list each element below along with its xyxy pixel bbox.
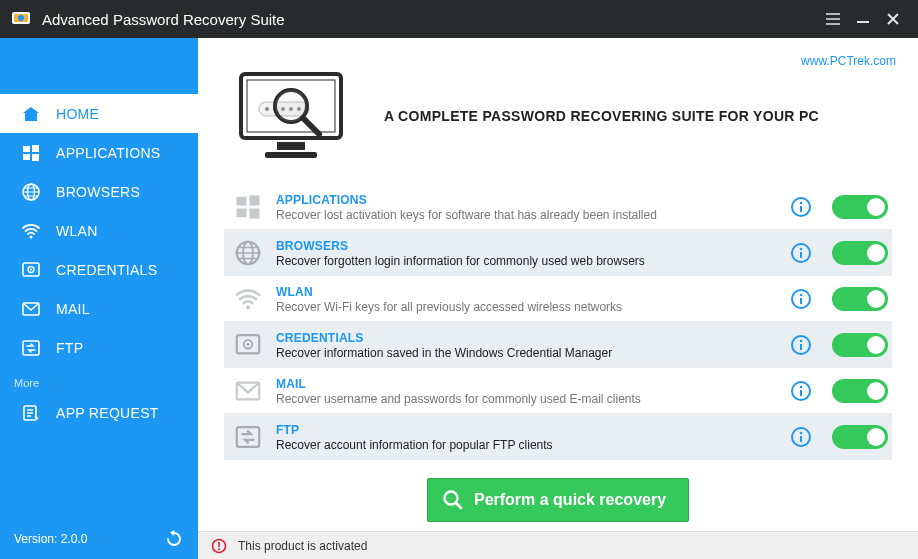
info-icon[interactable] — [788, 332, 814, 358]
search-icon — [442, 489, 464, 511]
category-row-applications: APPLICATIONSRecover lost activation keys… — [224, 184, 892, 230]
alert-icon — [210, 537, 228, 555]
vault-icon — [20, 259, 42, 281]
svg-point-61 — [218, 548, 220, 550]
svg-rect-49 — [800, 344, 802, 350]
sidebar-item-mail[interactable]: MAIL — [0, 289, 198, 328]
monitor-search-icon — [226, 66, 356, 166]
sidebar-item-label: MAIL — [56, 301, 90, 317]
categories-list: APPLICATIONSRecover lost activation keys… — [198, 184, 918, 460]
svg-rect-53 — [800, 390, 802, 396]
category-desc: Recover forgotten login information for … — [276, 254, 780, 269]
sidebar-item-label: WLAN — [56, 223, 98, 239]
home-icon — [20, 103, 42, 125]
category-title: FTP — [276, 423, 780, 438]
menu-icon[interactable] — [818, 7, 848, 31]
svg-point-2 — [18, 15, 24, 21]
svg-rect-14 — [23, 341, 39, 355]
category-title: BROWSERS — [276, 239, 780, 254]
sidebar-item-browsers[interactable]: BROWSERS — [0, 172, 198, 211]
app-title: Advanced Password Recovery Suite — [42, 11, 818, 28]
svg-point-52 — [800, 385, 803, 388]
category-row-browsers: BROWSERSRecover forgotten login informat… — [224, 230, 892, 276]
svg-rect-60 — [218, 542, 220, 547]
close-icon[interactable] — [878, 7, 908, 31]
info-icon[interactable] — [788, 194, 814, 220]
svg-point-46 — [247, 342, 250, 345]
svg-point-40 — [246, 305, 250, 309]
category-desc: Recover information saved in the Windows… — [276, 346, 780, 361]
category-title: CREDENTIALS — [276, 331, 780, 346]
vault-icon — [230, 327, 266, 363]
toggle-applications[interactable] — [832, 195, 888, 219]
svg-rect-30 — [236, 208, 246, 217]
info-icon[interactable] — [788, 378, 814, 404]
sidebar-item-label: CREDENTIALS — [56, 262, 157, 278]
mail-icon — [20, 298, 42, 320]
toggle-mail[interactable] — [832, 379, 888, 403]
version-label: Version: 2.0.0 — [14, 532, 87, 546]
sidebar-item-label: APPLICATIONS — [56, 145, 160, 161]
svg-point-9 — [30, 235, 33, 238]
info-icon[interactable] — [788, 240, 814, 266]
perform-button-label: Perform a quick recovery — [474, 491, 666, 509]
svg-point-12 — [30, 268, 32, 270]
windows-icon — [230, 189, 266, 225]
svg-rect-19 — [265, 152, 317, 158]
sidebar-item-label: FTP — [56, 340, 83, 356]
sidebar-item-app-request[interactable]: APP REQUEST — [0, 393, 198, 432]
sidebar-more-label: More — [0, 367, 198, 393]
svg-point-56 — [800, 431, 803, 434]
svg-rect-4 — [32, 145, 39, 152]
sidebar-item-wlan[interactable]: WLAN — [0, 211, 198, 250]
globe-icon — [20, 181, 42, 203]
website-link[interactable]: www.PCTrek.com — [801, 54, 896, 68]
minimize-icon[interactable] — [848, 7, 878, 31]
main-panel: www.PCTrek.com A COMPLETE PASSWORD RECOV… — [198, 38, 918, 559]
perform-recovery-button[interactable]: Perform a quick recovery — [427, 478, 689, 522]
svg-rect-18 — [277, 142, 305, 150]
svg-point-48 — [800, 339, 803, 342]
info-icon[interactable] — [788, 286, 814, 312]
svg-rect-5 — [23, 154, 30, 160]
svg-point-21 — [265, 107, 269, 111]
globe-icon — [230, 235, 266, 271]
app-logo-icon — [10, 8, 32, 30]
svg-point-33 — [800, 201, 803, 204]
toggle-credentials[interactable] — [832, 333, 888, 357]
svg-rect-31 — [249, 208, 259, 218]
toggle-ftp[interactable] — [832, 425, 888, 449]
svg-rect-3 — [23, 146, 30, 152]
sidebar-item-label: APP REQUEST — [56, 405, 159, 421]
svg-rect-6 — [32, 154, 39, 161]
toggle-browsers[interactable] — [832, 241, 888, 265]
category-desc: Recover Wi-Fi keys for all previously ac… — [276, 300, 780, 315]
request-icon — [20, 402, 42, 424]
info-icon[interactable] — [788, 424, 814, 450]
refresh-icon[interactable] — [164, 529, 184, 549]
transfer-icon — [230, 419, 266, 455]
wifi-icon — [20, 220, 42, 242]
sidebar-item-home[interactable]: HOME — [0, 94, 198, 133]
category-title: APPLICATIONS — [276, 193, 780, 208]
category-row-ftp: FTPRecover account information for popul… — [224, 414, 892, 460]
titlebar: Advanced Password Recovery Suite — [0, 0, 918, 38]
hero-heading: A COMPLETE PASSWORD RECOVERING SUITE FOR… — [384, 108, 819, 124]
sidebar-item-label: BROWSERS — [56, 184, 140, 200]
svg-rect-34 — [800, 206, 802, 212]
sidebar-item-ftp[interactable]: FTP — [0, 328, 198, 367]
sidebar-item-applications[interactable]: APPLICATIONS — [0, 133, 198, 172]
category-row-credentials: CREDENTIALSRecover information saved in … — [224, 322, 892, 368]
category-title: MAIL — [276, 377, 780, 392]
toggle-wlan[interactable] — [832, 287, 888, 311]
svg-rect-43 — [800, 298, 802, 304]
category-row-mail: MAILRecover username and passwords for c… — [224, 368, 892, 414]
category-desc: Recover account information for popular … — [276, 438, 780, 453]
sidebar-item-label: HOME — [56, 106, 99, 122]
category-title: WLAN — [276, 285, 780, 300]
svg-point-38 — [800, 247, 803, 250]
svg-rect-28 — [236, 196, 246, 205]
sidebar-item-credentials[interactable]: CREDENTIALS — [0, 250, 198, 289]
statusbar: This product is activated — [198, 531, 918, 559]
transfer-icon — [20, 337, 42, 359]
